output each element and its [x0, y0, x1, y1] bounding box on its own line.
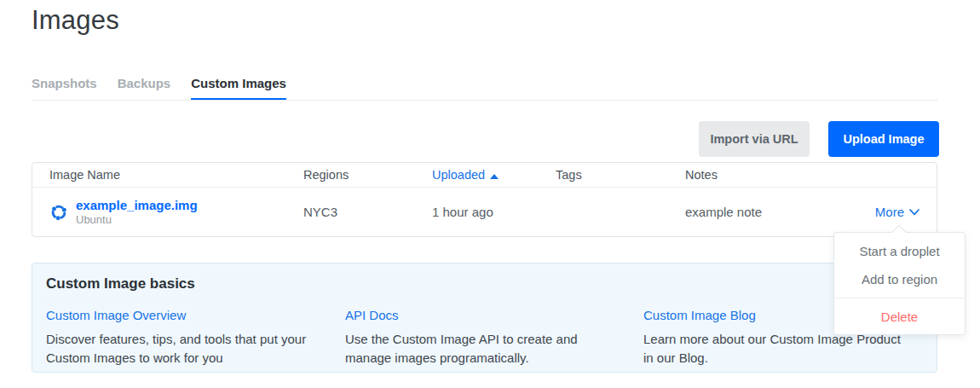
ubuntu-logo-icon	[49, 203, 68, 222]
image-name-link[interactable]: example_image.img	[76, 198, 198, 212]
more-button-label: More	[875, 205, 904, 219]
column-header-notes[interactable]: Notes	[685, 168, 860, 182]
overview-description: Discover features, tips, and tools that …	[46, 330, 309, 368]
more-button[interactable]: More	[875, 205, 919, 219]
tab-custom-images[interactable]: Custom Images	[191, 76, 286, 90]
tab-snapshots[interactable]: Snapshots	[32, 76, 97, 90]
panel-card-api-docs: API Docs Use the Custom Image API to cre…	[345, 308, 643, 368]
upload-image-button[interactable]: Upload Image	[828, 121, 939, 157]
custom-image-blog-link[interactable]: Custom Image Blog	[643, 308, 756, 322]
images-page: Images Snapshots Backups Custom Images I…	[0, 0, 980, 388]
column-header-uploaded[interactable]: Uploaded	[432, 168, 556, 182]
menu-item-delete[interactable]: Delete	[834, 303, 965, 329]
panel-columns: Custom Image Overview Discover features,…	[46, 308, 937, 368]
image-name-cell: example_image.img Ubuntu	[49, 198, 303, 226]
page-title: Images	[32, 5, 119, 36]
blog-description: Learn more about our Custom Image Produc…	[643, 330, 901, 368]
chevron-down-icon	[909, 209, 919, 216]
tab-backups[interactable]: Backups	[118, 76, 171, 90]
regions-cell: NYC3	[303, 205, 432, 219]
menu-divider	[834, 298, 965, 298]
more-dropdown-menu: Start a droplet Add to region Delete	[833, 232, 966, 335]
column-header-image-name[interactable]: Image Name	[49, 168, 303, 182]
uploaded-cell: 1 hour ago	[432, 205, 556, 219]
api-docs-link[interactable]: API Docs	[345, 308, 399, 322]
images-table: Image Name Regions Uploaded Tags Notes e…	[32, 162, 937, 237]
tab-divider-line	[32, 100, 937, 101]
api-docs-description: Use the Custom Image API to create and m…	[345, 330, 608, 368]
menu-item-start-a-droplet[interactable]: Start a droplet	[834, 237, 965, 265]
column-header-uploaded-label: Uploaded	[432, 168, 485, 182]
import-via-url-button[interactable]: Import via URL	[699, 121, 810, 157]
image-name-stack: example_image.img Ubuntu	[76, 198, 198, 226]
custom-image-basics-panel: Custom Image basics Custom Image Overvie…	[32, 263, 937, 373]
image-os-label: Ubuntu	[76, 213, 198, 226]
column-header-tags[interactable]: Tags	[556, 168, 685, 182]
sort-ascending-icon	[490, 174, 499, 179]
notes-cell: example note	[685, 205, 860, 219]
tab-bar: Snapshots Backups Custom Images	[32, 76, 286, 90]
row-actions-cell: More	[860, 205, 919, 219]
custom-image-overview-link[interactable]: Custom Image Overview	[46, 308, 186, 322]
panel-card-overview: Custom Image Overview Discover features,…	[46, 308, 345, 368]
panel-title: Custom Image basics	[46, 275, 937, 292]
column-header-regions[interactable]: Regions	[303, 168, 432, 182]
table-row: example_image.img Ubuntu NYC3 1 hour ago…	[32, 188, 937, 236]
menu-item-add-to-region[interactable]: Add to region	[834, 265, 965, 293]
table-header-row: Image Name Regions Uploaded Tags Notes	[32, 163, 937, 188]
